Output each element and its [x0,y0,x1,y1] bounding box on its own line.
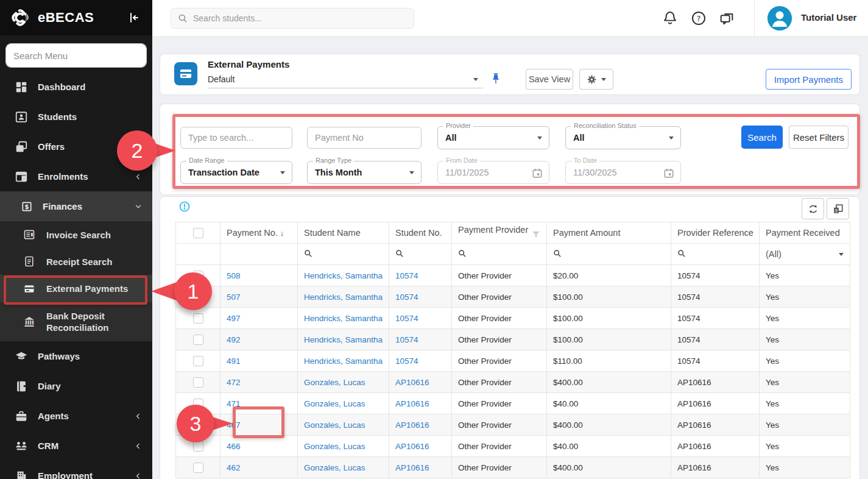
student-search-input[interactable] [193,13,394,23]
sidebar-item-invoice-search[interactable]: Invoice Search [0,221,152,248]
sidebar-item-pathways[interactable]: Pathways [0,341,152,371]
user-avatar[interactable] [767,6,792,30]
sidebar-item-agents[interactable]: Agents [0,401,152,431]
view-settings-button[interactable] [579,69,613,90]
refresh-button[interactable] [802,198,824,219]
annotation-box-filters [172,114,860,189]
sidebar-item-employment[interactable]: Employment [0,461,152,479]
table-header-row: Payment No.↓ Student Name Student No. Pa… [176,222,850,244]
column-header-student-name[interactable]: Student Name [298,222,389,244]
student-no-link[interactable]: AP10616 [395,463,429,472]
table-row[interactable]: 491 Hendricks, Samantha 10574 Other Prov… [176,350,850,372]
sidebar-collapse-icon[interactable] [127,10,141,25]
column-header-payment-received[interactable]: Payment Received [760,222,850,244]
student-name-link[interactable]: Hendricks, Samantha [304,357,383,366]
filter-cell-received[interactable]: (All) [760,244,850,265]
student-name-link[interactable]: Gonzales, Lucas [304,442,365,451]
filter-cell-reference[interactable] [671,244,760,265]
receipt-search-icon [23,255,35,268]
payment-no-link[interactable]: 497 [227,314,241,323]
info-icon[interactable] [178,200,191,213]
student-no-link[interactable]: AP10616 [395,378,429,387]
payment-no-link[interactable]: 472 [227,378,241,387]
payment-provider-cell: Other Provider [452,308,547,329]
annotation-step-1: 1 [174,272,212,310]
payment-no-link[interactable]: 492 [227,335,241,344]
student-no-link[interactable]: 10574 [395,271,418,280]
student-no-link[interactable]: AP10616 [395,399,429,408]
student-no-link[interactable]: 10574 [395,335,418,344]
annotation-box-payment-467 [233,406,284,438]
provider-reference-cell: 10574 [671,308,760,329]
column-header-payment-amount[interactable]: Payment Amount [547,222,671,244]
table-row[interactable]: 462 Gonzales, Lucas AP10616 Other Provid… [176,457,850,478]
payment-no-link[interactable]: 462 [227,463,241,472]
column-header-payment-provider[interactable]: Payment Provider [452,222,547,244]
row-checkbox[interactable] [193,356,203,366]
search-icon [553,249,562,258]
help-icon[interactable]: ? [690,10,707,27]
sidebar-item-diary[interactable]: Diary [0,371,152,401]
sidebar-item-receipt-search[interactable]: Receipt Search [0,248,152,275]
student-name-link[interactable]: Gonzales, Lucas [304,420,365,430]
row-checkbox[interactable] [193,313,203,324]
filter-cell-payment-no[interactable] [221,244,298,265]
filter-cell-amount[interactable] [547,244,671,265]
student-name-link[interactable]: Hendricks, Samantha [304,335,383,344]
table-row[interactable]: 466 Gonzales, Lucas AP10616 Other Provid… [176,436,850,457]
sidebar-item-bank-deposit-reconciliation[interactable]: Bank Deposit Reconciliation [0,302,152,341]
payment-no-link[interactable]: 466 [227,442,241,451]
row-checkbox[interactable] [193,335,203,345]
column-header-student-no[interactable]: Student No. [389,222,452,244]
save-view-button[interactable]: Save View [526,69,573,90]
student-no-link[interactable]: AP10616 [395,420,429,430]
row-checkbox[interactable] [193,377,203,388]
table-row[interactable]: 497 Hendricks, Samantha 10574 Other Prov… [176,308,850,329]
payment-no-link[interactable]: 508 [227,271,241,280]
student-name-link[interactable]: Gonzales, Lucas [304,399,365,408]
student-name-link[interactable]: Gonzales, Lucas [304,463,365,472]
table-row[interactable]: 508 Hendricks, Samantha 10574 Other Prov… [176,265,850,286]
student-name-link[interactable]: Hendricks, Samantha [304,314,383,323]
payment-amount-cell: $40.00 [547,436,671,457]
filter-cell-student-name[interactable] [298,244,389,265]
sidebar-item-crm[interactable]: CRM [0,431,152,461]
table-row[interactable]: 507 Hendricks, Samantha 10574 Other Prov… [176,286,850,308]
student-no-link[interactable]: 10574 [395,293,418,302]
row-checkbox[interactable] [193,463,203,473]
sidebar-item-finances[interactable]: $ Finances [0,191,152,221]
pin-view-icon[interactable] [489,72,503,87]
view-header-card: External Payments Default Save View Impo… [160,54,860,95]
row-checkbox[interactable] [193,441,203,452]
column-header-payment-no[interactable]: Payment No.↓ [221,222,298,244]
filter-cell-student-no[interactable] [389,244,452,265]
notifications-bell-icon[interactable] [662,10,679,27]
student-no-link[interactable]: 10574 [395,357,418,366]
sidebar-item-students[interactable]: Students [0,102,152,132]
sidebar-item-dashboard[interactable]: Dashboard [0,72,152,102]
sidebar: eBECAS Dashboard Students Offers [0,0,152,479]
student-name-link[interactable]: Hendricks, Samantha [304,293,383,302]
filter-funnel-icon[interactable] [532,231,540,241]
payment-amount-cell: $100.00 [547,308,671,329]
payment-provider-cell: Other Provider [452,393,547,414]
select-all-checkbox[interactable] [193,228,203,238]
student-no-link[interactable]: AP10616 [395,442,429,451]
import-payments-button[interactable]: Import Payments [766,69,852,90]
student-name-link[interactable]: Gonzales, Lucas [304,378,365,387]
payment-no-link[interactable]: 507 [227,293,241,302]
student-no-link[interactable]: 10574 [395,314,418,323]
payment-no-link[interactable]: 491 [227,357,241,366]
column-header-provider-reference[interactable]: Provider Reference [671,222,760,244]
sidebar-logo-bar: eBECAS [0,0,152,35]
student-name-link[interactable]: Hendricks, Samantha [304,271,383,280]
filter-cell-provider[interactable] [452,244,547,265]
chevron-down-icon [839,253,844,256]
column-chooser-button[interactable] [827,198,849,219]
student-search-box[interactable] [171,8,414,29]
chat-icon[interactable] [718,10,735,27]
view-selector[interactable]: Default [208,72,483,88]
table-row[interactable]: 492 Hendricks, Samantha 10574 Other Prov… [176,329,850,350]
table-row[interactable]: 472 Gonzales, Lucas AP10616 Other Provid… [176,372,850,393]
menu-search-input[interactable] [6,44,146,67]
